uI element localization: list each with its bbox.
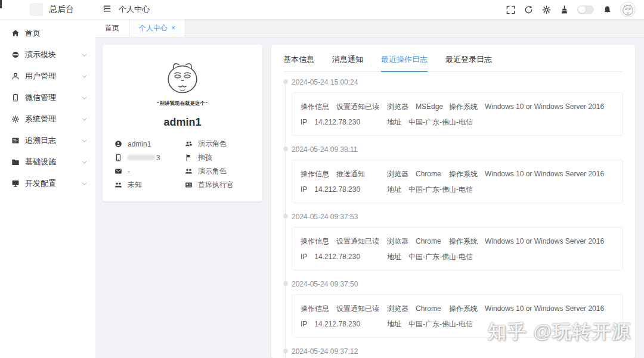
sidebar-item-infrastructure[interactable]: 基础设施: [0, 151, 95, 173]
tags-view-bar: 首页 个人中心 ×: [95, 19, 644, 38]
tag-label: 个人中心: [139, 23, 168, 33]
sidebar-item-label: 演示模块: [25, 49, 81, 60]
chevron-down-icon: [81, 73, 88, 80]
avatar-caption: “别讲我现在就是这个”: [114, 100, 250, 107]
user-avatar[interactable]: [620, 2, 636, 17]
admin-console: 总后台 个人中心: [0, 0, 644, 358]
ip-value: 14.212.78.230: [314, 116, 360, 128]
ip-label: IP: [301, 183, 307, 195]
sidebar: 首页 演示模块 用户管理 微信管理: [0, 19, 95, 358]
timeline-dot: [283, 147, 288, 151]
tab-label: 最近登录日志: [445, 55, 492, 64]
mail-icon: [114, 167, 122, 175]
detail-role: 演示角色: [185, 137, 250, 151]
detail-value: 3: [156, 154, 160, 162]
detail-value: 拖孩: [198, 152, 212, 163]
operation-log-timeline: 2024-05-24 15:00:24 操作信息设置通知已读 浏览器MSEdge…: [283, 77, 623, 358]
detail-value: 未知: [128, 180, 142, 190]
profile-card: “别讲我现在就是这个” admin1 admin1 演示角色: [103, 45, 262, 201]
user-circle-icon: [114, 140, 122, 148]
folder-icon: [11, 158, 20, 167]
tab-label: 最近操作日志: [381, 55, 428, 64]
browser-value: Chrome: [416, 168, 441, 180]
tab-label: 基本信息: [283, 55, 314, 64]
ip-value: 14.212.78.230: [314, 318, 360, 330]
op-label: 操作信息: [301, 235, 329, 247]
chevron-down-icon: [81, 51, 88, 58]
masked-phone-number: [128, 155, 155, 160]
sidebar-item-dev-config[interactable]: 开发配置: [0, 173, 95, 194]
browser-label: 浏览器: [387, 101, 408, 113]
sidebar-item-system-management[interactable]: 系统管理: [0, 108, 95, 130]
chevron-down-icon: [81, 116, 88, 123]
toggle-knob: [578, 6, 586, 13]
flag-icon: [185, 154, 193, 161]
sidebar-item-label: 基础设施: [25, 157, 81, 167]
sidebar-item-demo-module[interactable]: 演示模块: [0, 44, 95, 66]
os-value: Windows 10 or Windows Server 2016: [485, 303, 604, 315]
tab-recent-operation-log[interactable]: 最近操作日志: [381, 54, 428, 71]
sidebar-item-wechat-management[interactable]: 微信管理: [0, 87, 95, 108]
sidebar-item-home[interactable]: 首页: [0, 23, 95, 44]
chevron-down-icon: [81, 180, 88, 187]
bell-icon[interactable]: [602, 5, 612, 14]
hamburger-icon: [103, 4, 112, 15]
tab-recent-login-log[interactable]: 最近登录日志: [445, 54, 492, 71]
log-card: 操作信息设置通知已读 浏览器Chrome 操作系统Windows 10 or W…: [292, 227, 623, 270]
addr-value: 中国-广东-佛山-电信: [408, 318, 473, 330]
op-label: 操作信息: [301, 101, 329, 113]
sidebar-item-label: 系统管理: [25, 114, 81, 124]
fullscreen-icon[interactable]: [506, 5, 515, 14]
addr-value: 中国-广东-佛山-电信: [408, 116, 473, 128]
op-value: 设置通知已读: [336, 303, 379, 315]
browser-value: MSEdge: [416, 101, 443, 113]
close-icon[interactable]: ×: [171, 24, 175, 32]
broom-icon[interactable]: [559, 5, 569, 14]
log-timestamp: 2024-05-24 09:37:12: [292, 346, 623, 357]
detail-dept: 未知: [114, 178, 185, 192]
detail-phone: 3: [114, 151, 185, 164]
detail-value: 演示角色: [198, 166, 227, 176]
panel-tabs: 基本信息 消息通知 最近操作日志 最近登录日志: [283, 54, 623, 72]
tag-home[interactable]: 首页: [95, 19, 129, 37]
timeline-dot: [283, 79, 288, 84]
log-entry: 2024-05-24 15:00:24 操作信息设置通知已读 浏览器MSEdge…: [292, 77, 623, 136]
browser-label: 浏览器: [387, 168, 408, 180]
detail-value: admin1: [128, 140, 151, 148]
gear-icon[interactable]: [541, 5, 551, 14]
tag-profile-active[interactable]: 个人中心 ×: [129, 19, 185, 37]
smartphone-icon: [114, 154, 122, 161]
addr-value: 中国-广东-佛山-电信: [408, 183, 473, 195]
log-timestamp: 2024-05-24 09:38:11: [292, 144, 623, 155]
sidebar-item-user-management[interactable]: 用户管理: [0, 66, 95, 87]
phone-icon: [11, 94, 20, 102]
profile-details: admin1 演示角色 3: [114, 137, 250, 192]
tab-label: 消息通知: [332, 55, 363, 64]
detail-account: admin1: [114, 137, 185, 151]
os-label: 操作系统: [449, 101, 478, 113]
op-value: 设置通知已读: [336, 101, 379, 113]
sidebar-item-label: 微信管理: [25, 92, 81, 103]
top-bar: 总后台 个人中心: [0, 0, 644, 19]
sidebar-collapse-button[interactable]: [103, 4, 112, 15]
tab-notifications[interactable]: 消息通知: [332, 54, 363, 71]
detail-position: 首席执行官: [185, 178, 250, 192]
log-card: 操作信息设置通知已读 浏览器MSEdge 操作系统Windows 10 or W…: [292, 92, 623, 136]
log-card: 操作信息设置通知已读 浏览器Chrome 操作系统Windows 10 or W…: [292, 294, 623, 338]
refresh-icon[interactable]: [524, 5, 533, 14]
tab-basic-info[interactable]: 基本信息: [283, 54, 314, 71]
sidebar-item-label: 开发配置: [25, 178, 81, 189]
browser-label: 浏览器: [387, 235, 408, 247]
monitor-icon: [11, 179, 20, 188]
sidebar-item-trace-log[interactable]: 追溯日志: [0, 130, 95, 151]
sidebar-item-label: 用户管理: [25, 71, 81, 82]
profile-avatar: “别讲我现在就是这个”: [114, 57, 250, 107]
log-entry: 2024-05-24 09:37:53 操作信息设置通知已读 浏览器Chrome…: [292, 211, 623, 270]
op-value: 推送通知: [336, 168, 365, 180]
theme-toggle[interactable]: [577, 5, 594, 14]
timeline-dot: [283, 281, 288, 286]
app-logo-placeholder: [30, 3, 43, 16]
breadcrumb: 个人中心: [119, 4, 150, 15]
id-card-icon: [185, 181, 193, 189]
home-icon: [11, 29, 20, 38]
